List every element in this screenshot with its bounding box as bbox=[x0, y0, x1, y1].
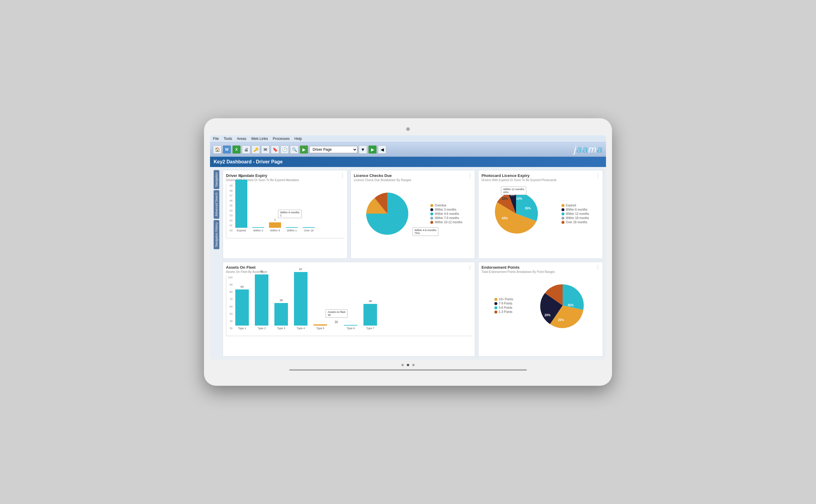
legend-within12: Within 12 months bbox=[561, 212, 589, 215]
bar-over18-label: Over 18 bbox=[304, 229, 314, 232]
legend-within1012-label: Within 10-12 months bbox=[435, 221, 462, 224]
pie-label-43: 43% bbox=[502, 217, 508, 220]
bar-within9-value: 1 bbox=[269, 218, 281, 221]
toolbar-icon-excel[interactable]: X bbox=[232, 145, 241, 154]
sidebar-item-advanced-search[interactable]: Advanced Search bbox=[214, 190, 219, 219]
pie-label-22: 22% bbox=[502, 197, 508, 200]
menu-processes[interactable]: Processes bbox=[273, 137, 290, 141]
assets-bar-6: Type 6 bbox=[344, 325, 357, 330]
toolbar-icon-clock[interactable]: 🕐 bbox=[280, 145, 289, 154]
assets-bar-3-value: 39 bbox=[274, 299, 288, 302]
menu-tools[interactable]: Tools bbox=[224, 137, 232, 141]
assets-bar-6-label: Type 6 bbox=[347, 327, 355, 330]
legend-within18-label: Within 18 months bbox=[566, 216, 589, 220]
widget-photocard-menu[interactable]: ⋮ bbox=[595, 173, 600, 178]
photocard-pie-tooltip: Within 12 months 43% bbox=[501, 187, 526, 195]
assets-bar-5-bar bbox=[314, 324, 327, 326]
device-screen: File Tools Areas Web Links Processes Hel… bbox=[210, 135, 606, 360]
legend-13: 1-3 Points bbox=[494, 310, 513, 314]
page-title: Key2 Dashboard - Driver Page bbox=[214, 159, 283, 164]
sidebar-item-navigation-history[interactable]: Navigation History bbox=[214, 220, 219, 249]
widget-endorsement-menu[interactable]: ⋮ bbox=[595, 264, 600, 270]
widget-photocard-title: Photocard Licence Expiry bbox=[481, 173, 600, 178]
legend-10plus-label: 10+ Points bbox=[499, 298, 513, 301]
toolbar-icon-search[interactable]: 🔍 bbox=[290, 145, 298, 154]
assets-bar-3-bar: 39 bbox=[274, 303, 288, 326]
assets-bar-1: 63 Type 1 bbox=[235, 289, 249, 330]
legend-overdue: Overdue bbox=[430, 204, 462, 207]
bar-within3-bar bbox=[252, 227, 264, 228]
assets-bar-1-value: 63 bbox=[235, 285, 249, 288]
legend-overdue-label: Overdue bbox=[435, 204, 446, 207]
legend-within12-label: Within 12 months bbox=[566, 212, 589, 215]
pie-label-35: 35% bbox=[525, 207, 531, 210]
sidebar-item-navigation[interactable]: Navigation bbox=[214, 170, 219, 189]
bar-over18-bar bbox=[303, 227, 315, 228]
widget-assets-menu[interactable]: ⋮ bbox=[468, 264, 472, 270]
toolbar-icon-nav-fwd[interactable]: ▶ bbox=[368, 145, 377, 154]
widget-assets-fleet: Assets On Fleet Assets On Fleet By Asset… bbox=[223, 262, 475, 357]
assets-bar-7-bar: 38 bbox=[363, 304, 377, 326]
legend-within6-label: Within 6 months bbox=[566, 208, 588, 211]
legend-46: 4-6 Points bbox=[494, 306, 513, 309]
toolbar-icon-email[interactable]: ✉ bbox=[261, 145, 270, 154]
bar-expired: 9 Expired bbox=[235, 180, 247, 232]
assets-bar-3: 39 Type 3 bbox=[274, 303, 288, 330]
bar-over18: Over 18 bbox=[303, 227, 315, 232]
toolbar-icon-home[interactable]: 🏠 bbox=[213, 145, 221, 154]
page-select[interactable]: Driver Page Fleet Page Asset Page bbox=[309, 146, 357, 153]
bar-within3: Within 3 bbox=[252, 227, 264, 232]
bar-within1-label: Within 1 bbox=[287, 229, 297, 232]
assets-bar-5-label-30: 30 bbox=[335, 320, 338, 324]
legend-within3: Within 3 months bbox=[430, 208, 462, 211]
legend-79: 7-9 Points bbox=[494, 302, 513, 305]
menu-weblinks[interactable]: Web Links bbox=[251, 137, 268, 141]
legend-within79-label: Within 7-9 months bbox=[435, 216, 459, 220]
bar-within9-tooltip-value: 1 bbox=[280, 214, 282, 217]
toolbar-icon-doc[interactable]: W bbox=[223, 145, 231, 154]
assets-bar5-tooltip: Assets on fleet 30 bbox=[326, 309, 348, 318]
photocard-chart-container: Within 12 months 43% 43% 35% 22% 10% 5% bbox=[481, 184, 600, 244]
assets-bar-3-label: Type 3 bbox=[277, 327, 285, 330]
legend-within1012: Within 10-12 months bbox=[430, 221, 462, 224]
device-bottom-bar bbox=[289, 369, 527, 371]
licence-checks-chart-container: Within 4-6 months 75% Overdue bbox=[354, 184, 472, 244]
widget-licence-checks: Licence Checks Due Licence Check Due Bre… bbox=[351, 170, 475, 259]
legend-within6-dot bbox=[561, 208, 564, 211]
legend-within46-dot bbox=[430, 212, 433, 215]
legend-within3-dot bbox=[430, 208, 433, 211]
assets-bar-5-label: Type 5 bbox=[316, 327, 324, 330]
jaama-logo: jaama bbox=[574, 144, 603, 155]
bar-within1: Within 1 bbox=[286, 227, 298, 232]
toolbar-icon-bookmark[interactable]: 🔖 bbox=[271, 145, 279, 154]
legend-46-dot bbox=[494, 306, 497, 309]
legend-within1012-dot bbox=[430, 221, 433, 224]
dot-2[interactable] bbox=[407, 364, 409, 366]
dot-3[interactable] bbox=[412, 364, 415, 366]
legend-within6: Within 6 months bbox=[561, 208, 589, 211]
menu-areas[interactable]: Areas bbox=[237, 137, 246, 141]
assets-bar-4: 97 Type 4 bbox=[294, 272, 308, 330]
widget-photocard: Photocard Licence Expiry Drivers With Ex… bbox=[478, 170, 603, 259]
toolbar-icon-dropdown[interactable]: ▼ bbox=[359, 145, 367, 154]
widget-endorsement-title: Endorsement Points bbox=[481, 265, 600, 270]
legend-within18-dot bbox=[561, 217, 564, 220]
widget-driver-mandate-menu[interactable]: ⋮ bbox=[340, 173, 345, 178]
toolbar-icon-nav-back[interactable]: ◀ bbox=[378, 145, 386, 154]
menu-bar: File Tools Areas Web Links Processes Hel… bbox=[210, 135, 606, 142]
widget-endorsement: Endorsement Points Total Endorsement Poi… bbox=[478, 262, 603, 357]
legend-expired: Expired bbox=[561, 204, 589, 207]
widget-licence-checks-menu[interactable]: ⋮ bbox=[468, 173, 472, 178]
endorse-label-25: 25% bbox=[558, 318, 564, 322]
bar-within9-tooltip-text: Within 9 months bbox=[280, 211, 300, 214]
page-title-bar: Key2 Dashboard - Driver Page bbox=[210, 157, 606, 167]
licence-checks-legend: Overdue Within 3 months Within 4-6 month… bbox=[430, 204, 462, 225]
toolbar-icon-play[interactable]: ▶ bbox=[300, 145, 308, 154]
dot-1[interactable] bbox=[401, 364, 404, 366]
toolbar-icon-key[interactable]: 🔑 bbox=[252, 145, 260, 154]
menu-file[interactable]: File bbox=[213, 137, 219, 141]
bar-within9: 1 Within 9 Within 9 months 1 bbox=[269, 222, 281, 232]
device-camera bbox=[406, 127, 410, 131]
menu-help[interactable]: Help bbox=[295, 137, 302, 141]
toolbar-icon-print[interactable]: 🖨 bbox=[242, 145, 250, 154]
